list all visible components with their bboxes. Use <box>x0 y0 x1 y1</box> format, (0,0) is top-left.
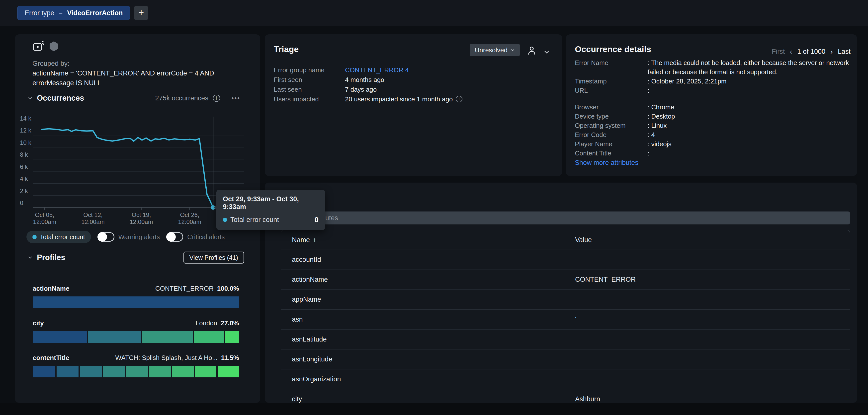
attributes-table: Name↑ValueaccountIdactionNameCONTENT_ERR… <box>281 230 850 403</box>
detail-value-cell: : Desktop <box>648 112 675 121</box>
tooltip-series-value: 0 <box>315 216 318 224</box>
triage-collapse-chevron-icon[interactable] <box>543 48 550 56</box>
attribute-row[interactable]: actionNameCONTENT_ERROR <box>281 270 850 289</box>
svg-text:12:00am: 12:00am <box>33 218 56 225</box>
add-filter-button[interactable]: + <box>134 6 148 20</box>
attribute-name-cell: city <box>281 395 564 403</box>
attribute-row[interactable]: asn' <box>281 309 850 329</box>
profile-bar[interactable] <box>33 331 239 343</box>
detail-row: Last seen7 days ago <box>274 85 550 94</box>
attribute-row[interactable]: asnLatitude <box>281 329 850 349</box>
detail-value: : videojs <box>648 139 671 149</box>
pagination-prev-icon[interactable]: ‹ <box>790 47 792 56</box>
profile-bar-segment[interactable] <box>88 331 141 343</box>
filter-pill-error-type[interactable]: Error type = VideoErrorAction <box>18 6 130 20</box>
legend-total-error-count[interactable]: Total error count <box>26 231 91 243</box>
warning-alerts-toggle[interactable] <box>97 232 115 242</box>
detail-value-cell: : October 28, 2025, 2:21pm <box>648 77 727 86</box>
attribute-row[interactable]: asnOrganization <box>281 369 850 389</box>
legend-series-label: Total error count <box>40 233 85 241</box>
tooltip-series-dot <box>223 218 227 222</box>
detail-label: Device type <box>575 112 648 121</box>
column-header-value[interactable]: Value <box>564 230 850 250</box>
detail-label: Error Name <box>575 58 648 77</box>
profile-bar-segment[interactable] <box>195 366 216 377</box>
profile-top-percent: 11.5% <box>221 354 239 362</box>
attribute-value-cell: CONTENT_ERROR <box>564 270 850 289</box>
filter-field: Error type <box>25 9 54 17</box>
occurrences-more-menu-icon[interactable]: ••• <box>231 95 240 102</box>
svg-text:2 k: 2 k <box>20 187 28 194</box>
detail-row: Content Title: <box>575 149 849 158</box>
detail-value: 20 users impacted since 1 month ago <box>345 94 453 104</box>
profile-bar-segment[interactable] <box>57 366 79 377</box>
detail-row: Browser: Chrome <box>575 103 849 112</box>
pagination-first[interactable]: First <box>772 48 785 56</box>
svg-text:10 k: 10 k <box>20 139 31 146</box>
svg-text:8 k: 8 k <box>20 151 28 158</box>
detail-value-cell: : The media could not be loaded, either … <box>648 58 849 77</box>
profile-bar-segment[interactable] <box>103 366 125 377</box>
search-attributes-input[interactable] <box>287 214 845 222</box>
profile-bar[interactable] <box>33 297 239 308</box>
profile-bar[interactable] <box>33 366 239 377</box>
attribute-value-cell: Ashburn <box>564 389 850 403</box>
profile-attribute-name: contentTitle <box>33 354 69 362</box>
profile-bar-segment[interactable] <box>126 366 148 377</box>
triage-panel: Triage Unresolved Error group nameCONTEN… <box>265 34 562 176</box>
critical-alerts-toggle[interactable] <box>166 232 183 242</box>
occurrences-info-icon[interactable]: i <box>213 95 220 102</box>
info-icon[interactable]: i <box>456 96 462 102</box>
profiles-title: Profiles <box>37 253 65 262</box>
grouped-by-query: actionName = 'CONTENT_ERROR' AND errorCo… <box>32 69 230 88</box>
detail-label: Error Code <box>575 130 648 139</box>
detail-value: : October 28, 2025, 2:21pm <box>648 77 727 86</box>
svg-text:12:00am: 12:00am <box>130 218 153 225</box>
attribute-row[interactable]: asnLongitude <box>281 349 850 369</box>
attribute-row[interactable]: accountId <box>281 250 850 270</box>
pagination-next-icon[interactable]: › <box>830 47 833 56</box>
attribute-value-cell: ' <box>564 310 850 329</box>
profile-bar-segment[interactable] <box>33 297 239 308</box>
attribute-row[interactable]: cityAshburn <box>281 389 850 403</box>
detail-value-cell: : videojs <box>648 139 671 149</box>
detail-value-cell: : Linux <box>648 121 667 130</box>
column-header-name[interactable]: Name <box>292 236 310 244</box>
profile-bar-segment[interactable] <box>194 331 224 343</box>
profile-bar-segment[interactable] <box>172 366 194 377</box>
triage-title: Triage <box>274 44 299 54</box>
profile-bar-segment[interactable] <box>80 366 102 377</box>
series-color-dot <box>32 235 37 239</box>
profile-bar-segment[interactable] <box>225 331 239 343</box>
detail-label: First seen <box>274 75 345 85</box>
profile-bar-segment[interactable] <box>142 331 193 343</box>
attribute-row[interactable]: appName <box>281 289 850 309</box>
attribute-value-cell <box>564 330 850 349</box>
hexagon-status-icon <box>49 41 59 52</box>
profile-bar-segment[interactable] <box>149 366 171 377</box>
assignee-person-icon[interactable] <box>526 45 537 56</box>
attributes-table-header: Name↑Value <box>281 230 850 250</box>
profile-bar-segment[interactable] <box>218 366 239 377</box>
profiles-collapse-chevron-icon[interactable] <box>27 255 33 260</box>
profile-bar-segment[interactable] <box>33 366 55 377</box>
filter-bar: Error type = VideoErrorAction + <box>0 0 868 26</box>
occurrences-title: Occurrences <box>37 94 84 103</box>
svg-text:Oct 19,: Oct 19, <box>132 211 151 218</box>
svg-text:12:00am: 12:00am <box>81 218 104 225</box>
tooltip-arrow <box>214 205 217 210</box>
attributes-panel: Name↑ValueaccountIdactionNameCONTENT_ERR… <box>265 182 857 403</box>
profile-bar-segment[interactable] <box>33 331 87 343</box>
profile-attribute-name: actionName <box>33 285 69 292</box>
detail-value-cell: : <box>648 149 649 158</box>
status-dropdown[interactable]: Unresolved <box>470 44 520 56</box>
occurrences-collapse-chevron-icon[interactable] <box>27 95 33 101</box>
detail-value: : Desktop <box>648 112 675 121</box>
show-more-attributes-link[interactable]: Show more attributes <box>575 159 639 167</box>
detail-value-cell: 7 days ago <box>345 85 377 94</box>
error-group-link[interactable]: CONTENT_ERROR 4 <box>345 65 409 75</box>
pagination-last[interactable]: Last <box>838 48 850 56</box>
sort-ascending-icon[interactable]: ↑ <box>313 236 316 244</box>
detail-row: Player Name: videojs <box>575 139 849 149</box>
view-profiles-button[interactable]: View Profiles (41) <box>183 251 244 264</box>
